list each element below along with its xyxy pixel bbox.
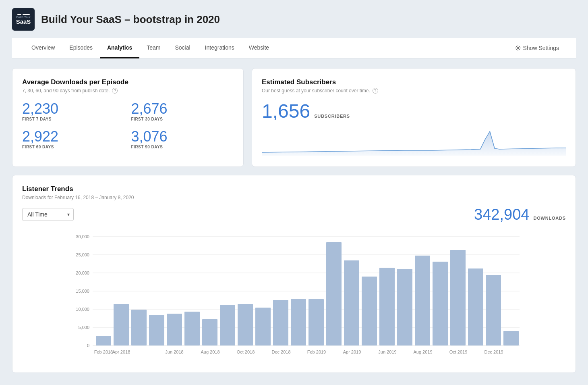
dl-label-7days: FIRST 7 DAYS xyxy=(22,117,125,121)
time-select-wrapper[interactable]: All Time Last 7 Days Last 30 Days Last 9… xyxy=(22,208,74,221)
svg-text:Dec 2019: Dec 2019 xyxy=(484,350,503,354)
svg-text:Aug 2018: Aug 2018 xyxy=(201,350,219,354)
svg-text:Jun 2018: Jun 2018 xyxy=(165,350,183,354)
svg-text:Jun 2019: Jun 2019 xyxy=(378,350,396,354)
subscriber-number: 1,656 xyxy=(262,102,310,121)
nav-bar: Overview Episodes Analytics Team Social … xyxy=(12,38,576,58)
avg-downloads-card: Average Downloads per Episode 7, 30, 60,… xyxy=(12,68,244,167)
dl-stat-90days: 3,076 FIRST 90 DAYS xyxy=(131,129,234,149)
bar-7 xyxy=(220,305,235,345)
svg-text:Oct 2019: Oct 2019 xyxy=(449,350,468,354)
show-settings-button[interactable]: Show Settings xyxy=(510,42,564,54)
tab-overview[interactable]: Overview xyxy=(24,38,62,58)
listener-trends-card: Listener Trends Downloads for February 1… xyxy=(12,175,576,373)
nav-tabs: Overview Episodes Analytics Team Social … xyxy=(24,38,510,58)
dl-number-60days: 2,922 xyxy=(22,129,125,144)
svg-text:Oct 2018: Oct 2018 xyxy=(237,350,255,354)
subscribers-info-icon[interactable]: ? xyxy=(373,88,378,94)
tab-website[interactable]: Website xyxy=(242,38,276,58)
svg-text:Apr 2019: Apr 2019 xyxy=(343,350,361,354)
dl-label-60days: FIRST 60 DAYS xyxy=(22,145,125,149)
bar-15 xyxy=(362,277,377,345)
bar-19 xyxy=(433,262,448,345)
dl-number-30days: 2,676 xyxy=(131,102,234,116)
bar-13 xyxy=(326,242,342,345)
svg-text:15,000: 15,000 xyxy=(76,289,89,293)
subscriber-count: 1,656 SUBSCRIBERS xyxy=(262,102,566,121)
bar-chart-container: 30,000 25,000 20,000 15,000 10,000 5,000… xyxy=(22,229,566,363)
bar-14 xyxy=(344,260,359,345)
trends-subtitle: Downloads for February 16, 2018 – Januar… xyxy=(22,195,566,200)
bar-8 xyxy=(238,304,253,345)
bar-5 xyxy=(184,312,200,345)
bar-22 xyxy=(486,275,501,345)
bar-6 xyxy=(202,319,217,345)
bar-9 xyxy=(255,308,271,345)
top-cards: Average Downloads per Episode 7, 30, 60,… xyxy=(12,68,576,167)
page-header: Build Your SaaS Build Your SaaS – bootst… xyxy=(12,8,576,31)
dl-label-90days: FIRST 90 DAYS xyxy=(131,145,234,149)
gear-icon xyxy=(515,45,521,51)
tab-analytics[interactable]: Analytics xyxy=(100,38,139,58)
total-downloads: 342,904 DOWNLOADS xyxy=(474,207,566,222)
svg-text:Aug 2019: Aug 2019 xyxy=(413,350,432,354)
bar-1 xyxy=(114,304,129,345)
tab-integrations[interactable]: Integrations xyxy=(198,38,242,58)
subscribers-card: Estimated Subscribers Our best guess at … xyxy=(252,68,576,167)
app-logo: Build Your SaaS xyxy=(12,8,35,31)
page-title: Build Your SaaS – bootstrap in 2020 xyxy=(41,13,220,26)
dl-number-7days: 2,230 xyxy=(22,102,125,116)
svg-text:Feb 2018: Feb 2018 xyxy=(94,350,113,354)
main-content: Average Downloads per Episode 7, 30, 60,… xyxy=(12,58,576,383)
bar-3 xyxy=(149,315,164,345)
bar-2 xyxy=(131,310,147,345)
dl-stat-30days: 2,676 FIRST 30 DAYS xyxy=(131,102,234,121)
trends-title: Listener Trends xyxy=(22,185,566,193)
tab-team[interactable]: Team xyxy=(139,38,168,58)
total-downloads-number: 342,904 xyxy=(474,207,529,222)
subscriber-label: SUBSCRIBERS xyxy=(314,114,350,119)
tab-social[interactable]: Social xyxy=(168,38,197,58)
dl-label-30days: FIRST 30 DAYS xyxy=(131,117,234,121)
subscribers-subtitle: Our best guess at your subscriber count … xyxy=(262,88,566,94)
dl-stat-60days: 2,922 FIRST 60 DAYS xyxy=(22,129,125,149)
show-settings-label: Show Settings xyxy=(523,45,559,51)
svg-text:5,000: 5,000 xyxy=(78,325,89,330)
dl-stat-7days: 2,230 FIRST 7 DAYS xyxy=(22,102,125,121)
bar-21 xyxy=(468,268,483,345)
svg-text:Apr 2018: Apr 2018 xyxy=(112,350,130,354)
svg-text:0: 0 xyxy=(87,343,89,348)
bar-12 xyxy=(308,299,324,345)
downloads-grid: 2,230 FIRST 7 DAYS 2,676 FIRST 30 DAYS 2… xyxy=(22,102,234,149)
bar-0 xyxy=(96,336,111,345)
avg-downloads-subtitle: 7, 30, 60, and 90 days from publish date… xyxy=(22,88,234,94)
bar-16 xyxy=(379,268,395,345)
svg-point-0 xyxy=(517,47,518,49)
bar-17 xyxy=(397,269,412,345)
svg-text:30,000: 30,000 xyxy=(76,234,89,239)
bar-10 xyxy=(273,300,288,345)
subscriber-chart xyxy=(262,127,566,156)
svg-text:10,000: 10,000 xyxy=(76,307,89,312)
bar-18 xyxy=(415,256,430,345)
tab-episodes[interactable]: Episodes xyxy=(62,38,100,58)
subscribers-title: Estimated Subscribers xyxy=(262,78,566,86)
total-downloads-label: DOWNLOADS xyxy=(533,216,566,221)
bar-20 xyxy=(450,250,466,345)
bar-23 xyxy=(503,331,519,345)
info-icon[interactable]: ? xyxy=(112,88,118,94)
bar-chart: 30,000 25,000 20,000 15,000 10,000 5,000… xyxy=(22,229,566,362)
trends-header: Listener Trends Downloads for February 1… xyxy=(22,185,566,200)
svg-text:Dec 2018: Dec 2018 xyxy=(271,350,290,354)
trends-controls: All Time Last 7 Days Last 30 Days Last 9… xyxy=(22,207,566,222)
svg-text:Feb 2019: Feb 2019 xyxy=(307,350,326,354)
svg-text:25,000: 25,000 xyxy=(76,252,89,257)
bar-4 xyxy=(167,314,182,345)
bar-11 xyxy=(291,299,306,345)
avg-downloads-title: Average Downloads per Episode xyxy=(22,78,234,86)
svg-text:20,000: 20,000 xyxy=(76,271,89,275)
dl-number-90days: 3,076 xyxy=(131,129,234,144)
time-select[interactable]: All Time Last 7 Days Last 30 Days Last 9… xyxy=(22,208,74,221)
